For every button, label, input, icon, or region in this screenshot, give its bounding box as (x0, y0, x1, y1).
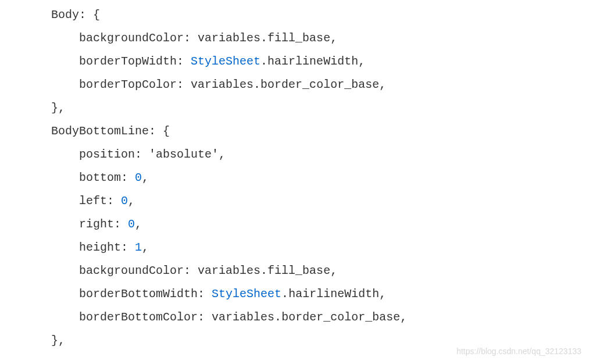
code-line: backgroundColor: variables.fill_base, (23, 27, 593, 50)
code-block: }, Body: { backgroundColor: variables.fi… (0, 0, 593, 352)
code-line: left: 0, (23, 190, 593, 213)
code-line: borderTopColor: variables.border_color_b… (23, 73, 593, 97)
code-line: bottom: 0, (23, 166, 593, 190)
code-line: borderTopWidth: StyleSheet.hairlineWidth… (23, 50, 593, 73)
code-line: BodyBottomLine: { (23, 120, 593, 143)
code-line: borderBottomColor: variables.border_colo… (23, 306, 593, 329)
code-line: backgroundColor: variables.fill_base, (23, 259, 593, 283)
code-line: borderBottomWidth: StyleSheet.hairlineWi… (23, 283, 593, 306)
code-line: }, (23, 97, 593, 120)
code-line: Body: { (23, 3, 593, 27)
code-line: position: 'absolute', (23, 143, 593, 166)
code-line: height: 1, (23, 236, 593, 259)
code-line: right: 0, (23, 213, 593, 236)
watermark-text: https://blog.csdn.net/qq_32123133 (456, 343, 581, 359)
